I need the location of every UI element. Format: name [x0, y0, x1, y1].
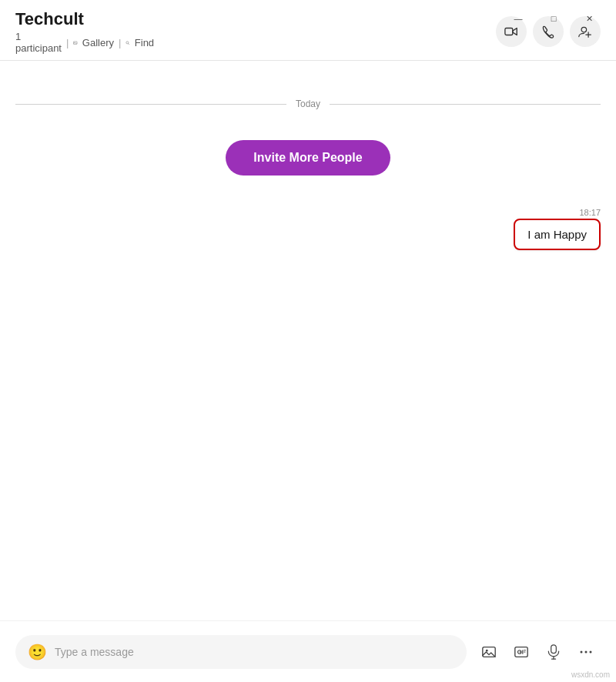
svg-point-19	[581, 650, 583, 653]
watermark: wsxdn.com	[571, 670, 610, 679]
message-bubble: I am Happy	[514, 219, 601, 250]
titlebar: — □ ✕	[491, 0, 616, 37]
chat-title: Techcult	[15, 9, 154, 29]
more-options-button[interactable]	[571, 637, 601, 667]
image-attach-icon	[481, 644, 497, 660]
divider-line-right	[330, 104, 601, 105]
input-bar: 🙂	[0, 620, 616, 682]
toolbar-actions	[474, 637, 601, 667]
date-divider: Today	[15, 99, 601, 109]
mic-icon	[546, 644, 561, 660]
svg-point-20	[585, 650, 588, 653]
mic-button[interactable]	[539, 637, 568, 667]
message-time: 18:17	[579, 208, 601, 217]
chat-area: Today Invite More People 18:17 I am Happ…	[0, 83, 616, 620]
emoji-button[interactable]: 🙂	[28, 643, 47, 661]
messages-area: Invite More People 18:17 I am Happy	[15, 125, 601, 620]
divider-line-left	[15, 104, 286, 105]
message-row: 18:17 I am Happy	[15, 208, 601, 250]
gallery-link[interactable]: Gallery	[82, 37, 114, 48]
date-label: Today	[296, 99, 320, 109]
gallery-icon	[73, 41, 77, 45]
svg-point-21	[590, 650, 592, 653]
svg-rect-16	[551, 644, 557, 653]
find-search-icon	[126, 41, 129, 45]
close-button[interactable]: ✕	[571, 6, 607, 31]
invite-section: Invite More People	[15, 140, 601, 176]
message-text: I am Happy	[527, 228, 587, 241]
attach-image-button[interactable]	[474, 637, 504, 667]
gif-button[interactable]	[507, 637, 536, 667]
find-link[interactable]: Find	[135, 37, 154, 48]
more-icon	[578, 644, 594, 660]
message-input[interactable]	[55, 646, 454, 658]
message-wrapper: 18:17 I am Happy	[514, 208, 601, 250]
gif-icon	[514, 644, 529, 660]
header-info: Techcult 1 participant | Gallery | Find	[15, 9, 154, 54]
input-container: 🙂	[15, 635, 467, 669]
separator-1: |	[66, 37, 69, 48]
svg-point-9	[486, 649, 488, 651]
separator-2: |	[119, 37, 121, 48]
maximize-button[interactable]: □	[536, 6, 571, 31]
invite-more-people-button[interactable]: Invite More People	[226, 140, 390, 176]
participant-count: 1 participant	[15, 31, 62, 54]
svg-line-3	[129, 43, 129, 44]
chat-meta: 1 participant | Gallery | Find	[15, 31, 154, 54]
minimize-button[interactable]: —	[500, 6, 536, 31]
